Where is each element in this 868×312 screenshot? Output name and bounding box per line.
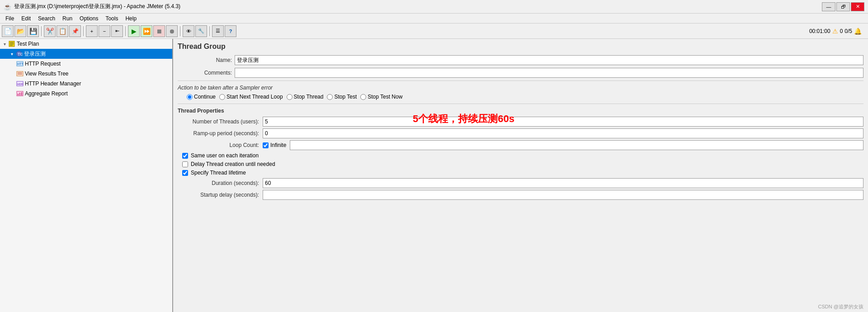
radio-stop-test-input[interactable] xyxy=(327,94,333,100)
startup-delay-label: Startup delay (seconds): xyxy=(178,192,259,198)
menu-run[interactable]: Run xyxy=(59,14,76,23)
annotation-text: 5个线程，持续压测60s xyxy=(413,112,514,126)
svg-text:HTTP: HTTP xyxy=(17,62,24,66)
radio-stop-test-now-input[interactable] xyxy=(360,94,366,100)
radio-stop-thread-input[interactable] xyxy=(287,94,292,100)
tree-item-aggregate[interactable]: Aggregate Report xyxy=(0,89,172,99)
toolbar-separator-3 xyxy=(125,26,126,36)
thread-props-title: Thread Properties xyxy=(178,108,863,114)
tree-label-test-plan: Test Plan xyxy=(17,41,39,47)
toolbar-cut-button[interactable]: ✂️ xyxy=(44,25,56,37)
toolbar-collapse-button[interactable]: − xyxy=(99,25,110,37)
radio-stop-test-now[interactable]: Stop Test Now xyxy=(360,94,402,100)
toolbar-separator-5 xyxy=(209,26,210,36)
loop-count-row: Loop Count: Infinite xyxy=(178,140,863,150)
list-icon: ☰ xyxy=(216,28,220,34)
toolbar-help-button[interactable]: ? xyxy=(225,25,236,37)
threads-input[interactable] xyxy=(263,117,863,127)
remote2-icon: 🔧 xyxy=(198,28,204,34)
radio-continue-input[interactable] xyxy=(187,94,193,100)
infinite-checkbox-label[interactable]: Infinite xyxy=(263,142,286,148)
toolbar-start-nopause-button[interactable]: ⏩ xyxy=(141,25,152,37)
name-label: Name: xyxy=(178,57,232,63)
radio-stop-test-label: Stop Test xyxy=(334,94,357,100)
stop-icon: ⏹ xyxy=(156,28,162,35)
specify-lifetime-checkbox[interactable] xyxy=(182,170,188,176)
tree-expand-login[interactable]: ▾ xyxy=(9,51,14,57)
content-panel: Thread Group Name: Comments: Action to b… xyxy=(173,39,868,312)
toolbar-remote2-button[interactable]: 🔧 xyxy=(195,25,207,37)
duration-input[interactable] xyxy=(263,178,863,188)
tree-expand-test-plan[interactable]: ▾ xyxy=(2,41,7,47)
radio-continue[interactable]: Continue xyxy=(187,94,216,100)
duration-label: Duration (seconds): xyxy=(178,180,259,186)
toolbar-new-button[interactable]: 📄 xyxy=(2,25,14,37)
tree-item-login-test[interactable]: ▾ TG 登录压测 xyxy=(0,49,172,59)
toolbar-timer: 00:01:00 ⚠ 0 0/5 🔔 xyxy=(809,28,866,35)
infinite-checkbox[interactable] xyxy=(263,142,269,148)
toolbar-copy-button[interactable]: 📋 xyxy=(57,25,68,37)
name-input[interactable] xyxy=(235,55,863,65)
maximize-button[interactable]: 🗗 xyxy=(836,2,850,11)
comments-label: Comments: xyxy=(178,70,232,76)
toolbar-stop-button[interactable]: ⏹ xyxy=(153,25,165,37)
radio-start-next-input[interactable] xyxy=(219,94,225,100)
tree-item-view-results[interactable]: View Results Tree xyxy=(0,69,172,79)
comments-input[interactable] xyxy=(235,68,863,78)
toolbar-expand-button[interactable]: + xyxy=(86,25,98,37)
toolbar-list-button[interactable]: ☰ xyxy=(212,25,224,37)
radio-stop-thread[interactable]: Stop Thread xyxy=(287,94,324,100)
radio-start-next[interactable]: Start Next Thread Loop xyxy=(219,94,283,100)
minimize-button[interactable]: — xyxy=(822,2,835,11)
toolbar-paste-button[interactable]: 📌 xyxy=(69,25,81,37)
menu-edit[interactable]: Edit xyxy=(18,14,34,23)
specify-lifetime-checkbox-label[interactable]: Specify Thread lifetime xyxy=(182,170,863,176)
toolbar-collapse-all-button[interactable]: ⇤ xyxy=(111,25,123,37)
radio-stop-test[interactable]: Stop Test xyxy=(327,94,357,100)
action-radio-group: Continue Start Next Thread Loop Stop Thr… xyxy=(178,94,863,100)
thread-group-icon: TG xyxy=(15,50,23,57)
warning-count: 0 xyxy=(840,28,843,34)
toolbar-save-button[interactable]: 💾 xyxy=(27,25,39,37)
tree-item-http-request[interactable]: HTTP HTTP Request xyxy=(0,59,172,69)
run-icon: ▶ xyxy=(132,28,137,35)
close-button[interactable]: ✕ xyxy=(851,2,864,11)
startup-delay-input[interactable] xyxy=(263,190,863,200)
tree-label-results: View Results Tree xyxy=(25,71,69,77)
tree-label-login: 登录压测 xyxy=(24,50,46,58)
window-title: 登录压测.jmx (D:\jmeterproject\登录压测.jmx) - A… xyxy=(14,3,180,10)
duration-row: Duration (seconds): xyxy=(178,178,863,188)
error-count: 0/5 xyxy=(844,28,852,34)
toolbar-shutdown-button[interactable]: ⏺ xyxy=(166,25,178,37)
toolbar-run-button[interactable]: ▶ xyxy=(128,25,140,37)
menu-search[interactable]: Search xyxy=(34,14,59,23)
start-nopause-icon: ⏩ xyxy=(143,28,151,35)
menu-file[interactable]: File xyxy=(2,14,18,23)
main-layout: ▾ Test Plan ▾ TG 登录压测 HTTP HTTP Request xyxy=(0,39,868,312)
tree-item-test-plan[interactable]: ▾ Test Plan xyxy=(0,39,172,49)
toolbar-separator-1 xyxy=(41,26,42,36)
infinite-label: Infinite xyxy=(270,142,286,148)
toolbar-remote-button[interactable]: 👁 xyxy=(183,25,194,37)
svg-text:TG: TG xyxy=(18,52,23,57)
copy-icon: 📋 xyxy=(59,28,66,35)
menu-options[interactable]: Options xyxy=(76,14,102,23)
loop-input[interactable] xyxy=(290,140,863,150)
warning-icon: ⚠ xyxy=(832,28,838,35)
same-user-checkbox-label[interactable]: Same user on each iteration xyxy=(182,152,863,159)
rampup-input[interactable] xyxy=(263,128,863,138)
menu-tools[interactable]: Tools xyxy=(102,14,122,23)
aggregate-icon xyxy=(16,90,24,97)
props-container: Number of Threads (users): Ramp-up perio… xyxy=(178,117,863,150)
threads-row: Number of Threads (users): xyxy=(178,117,863,127)
tree-item-http-header[interactable]: HDR HTTP Header Manager xyxy=(0,79,172,89)
menu-help[interactable]: Help xyxy=(122,14,140,23)
title-bar-left: ☕ 登录压测.jmx (D:\jmeterproject\登录压测.jmx) -… xyxy=(4,3,180,10)
test-plan-icon xyxy=(8,40,15,47)
delay-thread-checkbox-label[interactable]: Delay Thread creation until needed xyxy=(182,161,863,167)
header-manager-icon: HDR xyxy=(16,80,24,87)
delay-thread-checkbox[interactable] xyxy=(182,161,188,167)
toolbar-open-button[interactable]: 📂 xyxy=(14,25,26,37)
title-bar: ☕ 登录压测.jmx (D:\jmeterproject\登录压测.jmx) -… xyxy=(0,0,868,14)
same-user-checkbox[interactable] xyxy=(182,153,188,159)
